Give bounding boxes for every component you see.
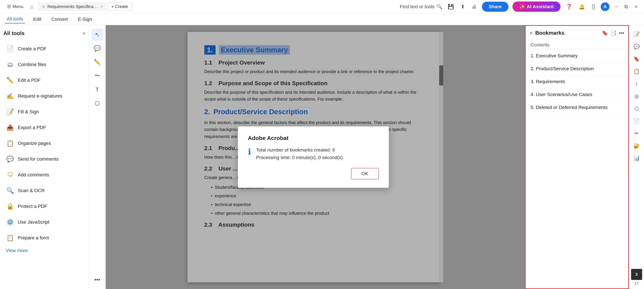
tool-organize-pages[interactable]: 📋 Organize pages	[3, 136, 86, 151]
stamp-tool-button[interactable]: ⬡	[91, 97, 103, 109]
bookmark-item-1[interactable]: 1. Executive Summary	[526, 49, 628, 62]
left-panel-title: All tools	[3, 30, 24, 36]
help-button[interactable]: ❓	[564, 2, 574, 11]
ai-icon: ✨	[519, 4, 525, 9]
tab-esign[interactable]: E-Sign	[76, 15, 94, 23]
star-icon: ☆	[42, 4, 45, 9]
right-panel-btn-6[interactable]: ◎	[631, 90, 642, 102]
dialog-footer: OK	[248, 168, 379, 179]
edit-pdf-icon: ✏️	[6, 76, 14, 85]
dialog-line1: Total number of bookmarks created: 6	[256, 146, 344, 154]
tool-prepare-form[interactable]: 📋 Prepare a form	[3, 231, 86, 245]
bookmarks-header: × Bookmarks 🔖 📑 •••	[526, 26, 628, 39]
tool-create-pdf-label: Create a PDF	[18, 46, 46, 51]
right-panel-btn-7[interactable]: ⬡	[631, 103, 642, 114]
home-button[interactable]: ⌂	[29, 2, 34, 11]
pdf-content-area[interactable]: 1. Executive Summary 1.1 Project Overvie…	[106, 25, 525, 289]
text-tool-button[interactable]: T	[91, 83, 103, 96]
tool-organize-pages-label: Organize pages	[18, 141, 51, 146]
right-panel-btn-5[interactable]: ↕	[631, 78, 642, 89]
tool-send-for-comments-label: Send for comments	[18, 156, 58, 162]
page-total-label: 17	[634, 281, 638, 286]
tool-create-pdf[interactable]: 📄 Create a PDF	[3, 41, 86, 56]
pdf-page: 1. Executive Summary 1.1 Project Overvie…	[188, 32, 439, 282]
upload-button[interactable]: ⬆	[459, 2, 466, 11]
restore-button[interactable]: ⧉	[623, 2, 629, 11]
tool-use-javascript[interactable]: ⚙️ Use JavaScript	[3, 215, 86, 230]
print-button[interactable]: 🖨	[470, 2, 478, 11]
search-text: Find text or tools	[400, 4, 434, 9]
tab-title: Requirements Specifica...	[47, 4, 97, 9]
right-panel-btn-11[interactable]: 📊	[631, 153, 642, 164]
right-panel-btn-10[interactable]: 🔐	[631, 140, 642, 151]
share-button[interactable]: Share	[482, 2, 508, 12]
tool-send-for-comments[interactable]: 💬 Send for comments	[3, 152, 86, 166]
secondary-toolbar: All tools Edit Convert E-Sign	[0, 13, 644, 25]
tool-scan-ocr-label: Scan & OCR	[18, 188, 44, 193]
bookmarks-more-button[interactable]: •••	[619, 30, 624, 36]
menu-label: Menu	[12, 4, 24, 9]
draw-tool-button[interactable]: ✏️	[91, 56, 103, 68]
add-comments-icon: 🗨	[6, 171, 14, 179]
dialog-ok-button[interactable]: OK	[351, 168, 378, 179]
tool-combine-files[interactable]: 🗂 Combine files	[3, 57, 86, 72]
view-more-link[interactable]: View more	[3, 246, 86, 255]
tool-add-comments[interactable]: 🗨 Add comments	[3, 167, 86, 182]
tab-edit[interactable]: Edit	[32, 15, 43, 23]
tool-strip: ↖ 💬 ✏️ 〜 T ⬡ •••	[89, 25, 106, 289]
left-panel: All tools × 📄 Create a PDF 🗂 Combine fil…	[0, 25, 89, 289]
apps-button[interactable]: ⣿	[590, 2, 597, 11]
bookmarks-close-button[interactable]: ×	[530, 30, 532, 36]
minimize-button[interactable]: −	[614, 2, 619, 11]
tab-convert[interactable]: Convert	[50, 15, 70, 23]
tool-export-pdf[interactable]: 📤 Export a PDF	[3, 120, 86, 135]
pdf-scrollbar[interactable]	[439, 32, 443, 282]
avatar[interactable]: A	[601, 2, 610, 11]
document-tab[interactable]: ☆ Requirements Specifica... ×	[38, 2, 106, 11]
bookmark-item-5[interactable]: 5. Deleted or Deferred Requirements	[526, 101, 628, 114]
right-panel-btn-8[interactable]: 📄	[631, 115, 642, 126]
select-tool-button[interactable]: ↖	[91, 28, 103, 40]
tool-use-javascript-label: Use JavaScript	[18, 219, 49, 225]
main-layout: All tools × 📄 Create a PDF 🗂 Combine fil…	[0, 25, 644, 289]
right-panel-btn-1[interactable]: 📝	[631, 28, 642, 39]
bookmarks-contents-label: Contents	[526, 39, 628, 49]
close-panel-button[interactable]: ×	[82, 30, 86, 36]
bookmark-item-3[interactable]: 3. Requirements	[526, 75, 628, 88]
notifications-button[interactable]: 🔔	[578, 2, 586, 11]
window-close-button[interactable]: ×	[633, 2, 639, 11]
search-area[interactable]: Find text or tools 🔍	[400, 4, 442, 9]
right-panel-btn-9[interactable]: ✂	[631, 128, 642, 139]
right-panel-btn-4[interactable]: 📋	[631, 66, 642, 77]
tool-edit-pdf[interactable]: ✏️ Edit a PDF	[3, 73, 86, 88]
fill-sign-icon: 📝	[6, 107, 14, 116]
bookmark-add-button[interactable]: 🔖	[602, 30, 608, 36]
more-tools-button[interactable]: •••	[91, 274, 103, 286]
organize-pages-icon: 📋	[6, 139, 14, 148]
menu-button[interactable]: ☰ Menu	[5, 3, 26, 10]
ai-assistant-button[interactable]: ✨ AI Assistant	[512, 1, 560, 12]
right-panel-btn-2[interactable]: 💬	[631, 41, 642, 52]
create-button[interactable]: + Create	[108, 2, 132, 11]
comment-tool-button[interactable]: 💬	[91, 42, 103, 54]
bookmark-item-4[interactable]: 4. User Scenarios/Use Cases	[526, 88, 628, 101]
tool-protect-pdf-label: Protect a PDF	[18, 204, 47, 209]
tool-request-esignatures[interactable]: ✍️ Request e-signatures	[3, 89, 86, 103]
tool-scan-ocr[interactable]: 🔍 Scan & OCR	[3, 183, 86, 198]
freehand-tool-button[interactable]: 〜	[91, 70, 103, 82]
tab-close-button[interactable]: ×	[100, 4, 102, 9]
create-pdf-icon: 📄	[6, 44, 14, 53]
tool-fill-sign[interactable]: 📝 Fill & Sign	[3, 104, 86, 119]
tool-protect-pdf[interactable]: 🔒 Protect a PDF	[3, 199, 86, 214]
tool-export-pdf-label: Export a PDF	[18, 125, 46, 130]
save-button[interactable]: 💾	[446, 2, 455, 11]
bookmark-list-button[interactable]: 📑	[610, 30, 616, 36]
dialog-title: Adobe Acrobat	[248, 135, 379, 141]
share-label: Share	[489, 4, 502, 9]
bookmark-item-2[interactable]: 2. Product/Service Description	[526, 62, 628, 75]
top-bar: ☰ Menu ⌂ ☆ Requirements Specifica... × +…	[0, 0, 644, 13]
right-panel-btn-3[interactable]: 🔖	[631, 53, 642, 64]
pdf-scrollbar-thumb[interactable]	[439, 65, 443, 85]
tab-all-tools[interactable]: All tools	[5, 15, 25, 23]
combine-files-icon: 🗂	[6, 60, 14, 69]
